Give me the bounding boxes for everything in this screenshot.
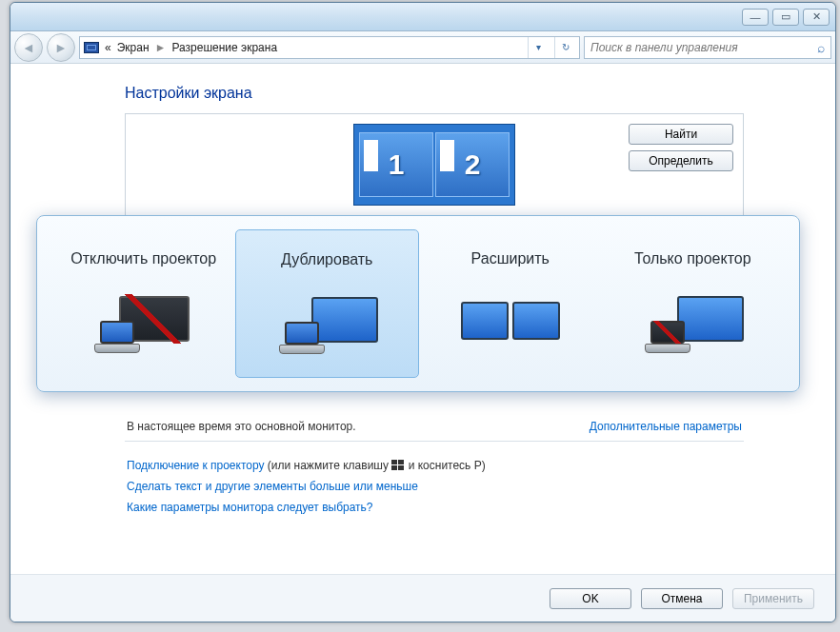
titlebar: — ▭ ✕ — [10, 3, 835, 31]
primary-monitor-status: В настоящее время это основной монитор. — [127, 420, 356, 433]
option-extend[interactable]: Расширить — [419, 229, 602, 378]
option-label: Расширить — [471, 241, 550, 277]
maximize-button[interactable]: ▭ — [772, 9, 799, 26]
navbar: ◄ ► « Экран ► Разрешение экрана ▾ ↻ Поис… — [10, 31, 835, 64]
option-projector-only[interactable]: Только проектор — [602, 229, 785, 378]
monitor-pair[interactable]: 1 2 — [353, 124, 515, 206]
option-label: Отключить проектор — [70, 241, 216, 277]
status-row: В настоящее время это основной монитор. … — [125, 406, 744, 442]
control-panel-icon — [84, 42, 99, 53]
laptop-only-icon — [87, 288, 201, 355]
breadcrumb-prefix: « — [105, 41, 111, 54]
monitor-2[interactable]: 2 — [435, 132, 510, 197]
option-label: Только проектор — [634, 241, 751, 277]
cancel-button[interactable]: Отмена — [641, 588, 723, 609]
nav-back-button[interactable]: ◄ — [14, 33, 43, 62]
option-disconnect-projector[interactable]: Отключить проектор — [52, 229, 235, 378]
refresh-button[interactable]: ↻ — [554, 37, 575, 58]
search-input[interactable]: Поиск в панели управления ⌕ — [584, 36, 831, 59]
breadcrumb-sep: ► — [155, 41, 167, 54]
monitor-1[interactable]: 1 — [359, 132, 433, 197]
windows-key-icon — [391, 460, 405, 471]
minimize-button[interactable]: — — [742, 9, 769, 26]
page-title: Настройки экрана — [125, 85, 744, 102]
text-size-link[interactable]: Сделать текст и другие элементы больше и… — [127, 480, 742, 493]
help-links: Подключение к проектору (или нажмите кла… — [125, 442, 744, 531]
identify-button[interactable]: Определить — [629, 150, 733, 171]
apply-button[interactable]: Применить — [732, 588, 814, 609]
connect-projector-link[interactable]: Подключение к проектору (или нажмите кла… — [127, 459, 742, 472]
extend-icon — [453, 288, 568, 355]
nav-forward-button[interactable]: ► — [47, 33, 75, 62]
search-icon[interactable]: ⌕ — [817, 40, 825, 55]
detect-button[interactable]: Найти — [629, 124, 733, 145]
footer: OK Отмена Применить — [10, 574, 835, 622]
projector-mode-popup: Отключить проектор Дублировать Расширить… — [36, 215, 800, 392]
option-duplicate[interactable]: Дублировать — [235, 229, 420, 378]
address-bar[interactable]: « Экран ► Разрешение экрана ▾ ↻ — [79, 36, 580, 59]
breadcrumb-resolution[interactable]: Разрешение экрана — [171, 41, 277, 54]
ok-button[interactable]: OK — [550, 588, 631, 609]
option-label: Дублировать — [281, 242, 372, 278]
monitor-preview: 1 2 Найти Определить — [125, 113, 744, 218]
breadcrumb-screen[interactable]: Экран — [117, 41, 150, 54]
projector-only-icon — [635, 288, 750, 355]
address-dropdown[interactable]: ▾ — [528, 37, 549, 58]
advanced-settings-link[interactable]: Дополнительные параметры — [590, 420, 742, 433]
close-button[interactable]: ✕ — [803, 9, 830, 26]
search-placeholder: Поиск в панели управления — [590, 41, 738, 54]
duplicate-icon — [270, 289, 384, 356]
which-settings-link[interactable]: Какие параметры монитора следует выбрать… — [127, 501, 742, 514]
